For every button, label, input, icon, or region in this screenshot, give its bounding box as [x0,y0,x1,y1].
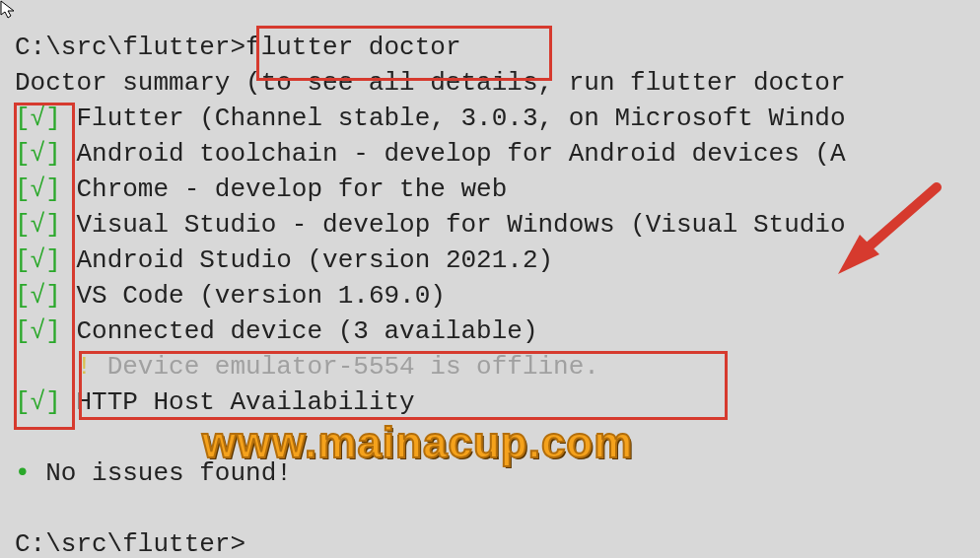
bullet-icon: • [15,458,31,488]
check-text: VS Code (version 1.69.0) [76,281,445,311]
blank-line [15,420,965,455]
prompt-path: C:\src\flutter> [15,529,245,558]
no-issues-text: No issues found! [45,458,292,488]
checkmark-icon: √ [31,210,46,240]
checkmark-icon: √ [31,281,46,311]
check-row: [√] Connected device (3 available) [15,314,965,349]
checkmark-icon: √ [31,174,46,204]
check-open: [ [15,210,31,240]
check-close: ] [45,316,61,346]
check-row: [√] Android toolchain - develop for Andr… [15,136,965,172]
warning-text: Device emulator-5554 is offline. [107,352,599,382]
check-close: ] [45,174,61,204]
check-close: ] [45,104,61,133]
check-text: Visual Studio - develop for Windows (Vis… [76,210,845,240]
checkmark-icon: √ [31,104,46,133]
check-text: Connected device (3 available) [76,316,537,346]
check-row: [√] Flutter (Channel stable, 3.0.3, on M… [15,101,965,136]
check-close: ] [45,281,61,311]
checkmark-icon: √ [31,316,46,346]
check-text: Android toolchain - develop for Android … [76,139,845,169]
check-open: [ [15,245,31,275]
check-row: [√] Visual Studio - develop for Windows … [15,207,965,243]
checkmark-icon: √ [31,387,46,417]
check-close: ] [45,139,61,169]
prompt-line: C:\src\flutter> [15,526,965,558]
check-open: [ [15,139,31,169]
check-close: ] [45,245,61,275]
checkmark-icon: √ [31,139,46,169]
command-text: flutter doctor [245,33,460,62]
check-open: [ [15,281,31,311]
check-row: [√] Android Studio (version 2021.2) [15,243,965,278]
check-text: Chrome - develop for the web [76,174,507,204]
check-close: ] [45,210,61,240]
no-issues-line: • No issues found! [15,455,965,491]
check-open: [ [15,174,31,204]
check-close: ] [45,387,61,417]
check-text: Flutter (Channel stable, 3.0.3, on Micro… [76,104,845,133]
summary-line: Doctor summary (to see all details, run … [15,65,965,101]
check-open: [ [15,316,31,346]
warning-icon: ! [76,352,92,382]
check-text: HTTP Host Availability [76,387,414,417]
check-row: [√] Chrome - develop for the web [15,172,965,207]
check-row: [√] VS Code (version 1.69.0) [15,278,965,314]
check-open: [ [15,104,31,133]
check-text: Android Studio (version 2021.2) [76,245,553,275]
blank-line [15,491,965,526]
terminal-output: C:\src\flutter>flutter doctor Doctor sum… [0,0,980,558]
check-open: [ [15,387,31,417]
command-line: C:\src\flutter>flutter doctor [15,30,965,65]
check-row: [√] HTTP Host Availability [15,384,965,420]
checkmark-icon: √ [31,245,46,275]
warning-row: ! Device emulator-5554 is offline. [15,349,965,384]
prompt-path: C:\src\flutter> [15,33,245,62]
